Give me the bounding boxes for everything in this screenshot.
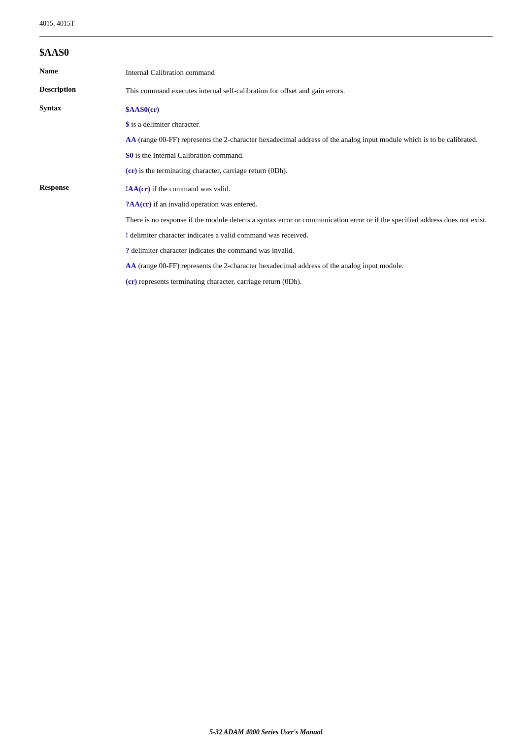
table-row: NameInternal Calibration command — [39, 65, 493, 83]
row-label: Description — [39, 83, 126, 102]
row-label: Name — [39, 65, 126, 83]
footer-text: 5-32 ADAM 4000 Series User's Manual — [209, 728, 322, 736]
table-row: Syntax$AAS0(cr)$ is a delimiter characte… — [39, 102, 493, 182]
row-label: Syntax — [39, 102, 126, 182]
page-footer: 5-32 ADAM 4000 Series User's Manual — [39, 728, 493, 736]
table-row: Response!AA(cr) if the command was valid… — [39, 181, 493, 292]
row-value: $AAS0(cr)$ is a delimiter character.AA (… — [126, 102, 493, 182]
row-value: !AA(cr) if the command was valid.?AA(cr)… — [126, 181, 493, 292]
row-label: Response — [39, 181, 126, 292]
page-header: 4015, 4015T — [39, 20, 493, 37]
table-row: DescriptionThis command executes interna… — [39, 83, 493, 102]
header-divider — [39, 36, 493, 37]
header-text: 4015, 4015T — [39, 20, 75, 28]
section-title: $AAS0 — [39, 47, 493, 58]
content-table: NameInternal Calibration commandDescript… — [39, 65, 493, 292]
row-value: Internal Calibration command — [126, 65, 493, 83]
syntax-command: $AAS0(cr) — [126, 104, 493, 115]
row-value: This command executes internal self-cali… — [126, 83, 493, 102]
